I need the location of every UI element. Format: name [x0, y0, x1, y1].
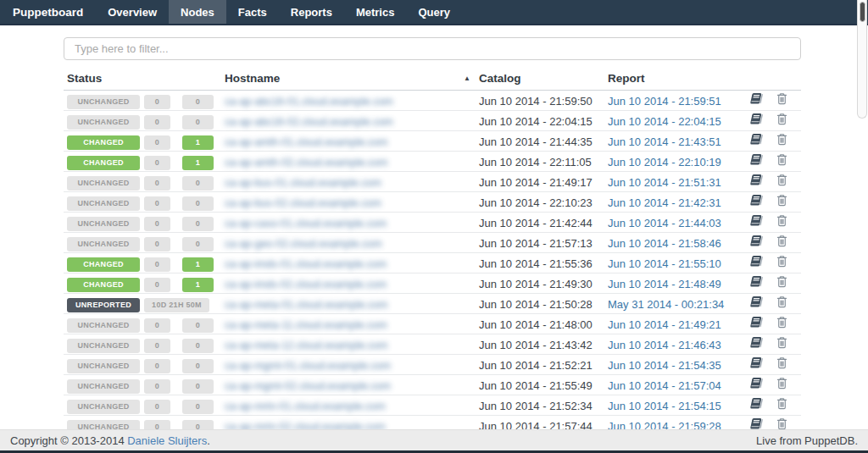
tab-facts[interactable]: Facts: [226, 0, 279, 24]
catalog-cell: Jun 10 2014 - 21:55:36: [479, 253, 608, 273]
hostname-link[interactable]: ca-ap-imds-02.cloud.example.com: [225, 279, 387, 290]
report-log-book-icon[interactable]: [749, 92, 764, 108]
report-link[interactable]: Jun 10 2014 - 22:10:19: [608, 156, 721, 168]
report-link[interactable]: Jun 10 2014 - 21:46:43: [608, 339, 721, 351]
report-log-book-icon[interactable]: [749, 397, 764, 413]
report-log-book-icon[interactable]: [749, 133, 764, 149]
tab-metrics[interactable]: Metrics: [344, 0, 407, 24]
scrollbar-track[interactable]: [857, 0, 867, 119]
report-log-book-icon[interactable]: [749, 336, 764, 352]
trash-icon[interactable]: [776, 92, 787, 108]
hostname-link[interactable]: ca-ap-bus-01.cloud.example.com: [225, 177, 381, 189]
trash-icon[interactable]: [776, 377, 787, 393]
trash-icon[interactable]: [776, 153, 787, 169]
tab-reports[interactable]: Reports: [279, 0, 344, 24]
report-link[interactable]: Jun 10 2014 - 21:44:03: [608, 217, 721, 229]
hostname-link[interactable]: ca-ap-mgmt-02.cloud.example.com: [225, 380, 391, 392]
trash-icon[interactable]: [776, 316, 787, 332]
count-badge-1: 0: [144, 115, 170, 130]
count-badge-1: 0: [144, 196, 170, 211]
report-log-book-icon[interactable]: [749, 356, 764, 373]
nodes-table: Status Hostname▲ Catalog Report UNCHANGE…: [64, 72, 801, 429]
trash-icon[interactable]: [776, 214, 787, 230]
hostname-link[interactable]: ca-ap-bus-02.cloud.example.com: [225, 197, 381, 209]
header-catalog[interactable]: Catalog: [479, 72, 608, 91]
hostname-link[interactable]: ca-ap-abc16-02.cloud.example.com: [225, 116, 393, 128]
report-link[interactable]: Jun 10 2014 - 21:58:46: [608, 237, 721, 250]
trash-icon[interactable]: [776, 174, 787, 190]
report-log-book-icon[interactable]: [749, 113, 764, 129]
report-link[interactable]: Jun 10 2014 - 21:54:15: [608, 400, 721, 412]
report-link[interactable]: Jun 10 2014 - 21:54:35: [608, 359, 721, 372]
trash-icon[interactable]: [776, 194, 787, 210]
hostname-link[interactable]: ca-ap-abc16-01.cloud.example.com: [225, 96, 393, 108]
report-log-book-icon[interactable]: [749, 296, 764, 312]
trash-icon[interactable]: [776, 255, 787, 271]
hostname-link[interactable]: ca-ap-meta-12.cloud.example.com: [225, 340, 387, 351]
hostname-link[interactable]: ca-ap-meta-01.cloud.example.com: [225, 299, 387, 311]
tab-nodes[interactable]: Nodes: [169, 0, 226, 24]
report-link[interactable]: Jun 10 2014 - 21:59:28: [608, 420, 721, 430]
report-link[interactable]: Jun 10 2014 - 21:42:31: [608, 196, 721, 209]
hostname-link[interactable]: ca-ap-mgmt-01.cloud.example.com: [225, 360, 391, 372]
report-log-book-icon[interactable]: [749, 275, 764, 291]
header-status[interactable]: Status: [64, 72, 225, 91]
brand-puppetboard[interactable]: Puppetboard: [0, 0, 96, 24]
report-link[interactable]: Jun 10 2014 - 21:57:04: [608, 379, 721, 392]
count-badge-1: 0: [144, 339, 170, 353]
author-link[interactable]: Daniele Sluijters: [127, 434, 207, 447]
scrollbar-thumb[interactable]: [860, 2, 865, 22]
report-link[interactable]: Jun 10 2014 - 22:04:15: [608, 115, 721, 128]
sort-asc-icon[interactable]: ▲: [464, 75, 470, 82]
report-link[interactable]: Jun 10 2014 - 21:49:21: [608, 318, 721, 331]
hostname-link[interactable]: ca-ap-meta-11.cloud.example.com: [225, 319, 387, 331]
report-cell: Jun 10 2014 - 21:54:35: [608, 355, 742, 375]
count2-cell: 0: [182, 395, 225, 416]
report-log-book-icon[interactable]: [749, 377, 764, 393]
trash-icon[interactable]: [776, 133, 787, 149]
trash-icon[interactable]: [776, 275, 787, 291]
hostname-link[interactable]: ca-ap-geo-02.cloud.example.com: [225, 238, 382, 250]
hostname-link[interactable]: ca-ap-mrtn-01.cloud.example.com: [225, 401, 386, 412]
header-hostname[interactable]: Hostname▲: [225, 72, 479, 91]
copyright-text: Copyright © 2013-2014 Daniele Sluijters.: [10, 434, 210, 447]
trash-icon[interactable]: [776, 296, 787, 312]
hostname-cell: ca-ap-mgmt-02.cloud.example.com: [225, 375, 479, 395]
trash-icon[interactable]: [776, 356, 787, 373]
catalog-timestamp: Jun 10 2014 - 21:42:44: [479, 217, 593, 229]
report-link[interactable]: Jun 10 2014 - 21:55:10: [608, 257, 721, 270]
hostname-link[interactable]: ca-ap-amth-01.cloud.example.com: [225, 136, 387, 148]
trash-icon[interactable]: [776, 336, 787, 352]
hostname-link[interactable]: ca-ap-amth-02.cloud.example.com: [225, 157, 387, 168]
tab-query[interactable]: Query: [406, 0, 462, 24]
hostname-link[interactable]: ca-ap-imds-01.cloud.example.com: [225, 258, 387, 270]
report-link[interactable]: May 31 2014 - 00:21:34: [608, 298, 724, 311]
trash-icon[interactable]: [776, 417, 787, 429]
trash-icon[interactable]: [776, 113, 787, 129]
count-badge-1: 10D 21H 50M: [144, 298, 209, 312]
report-log-book-icon[interactable]: [749, 417, 764, 429]
report-log-book-icon[interactable]: [749, 235, 764, 251]
report-log-book-icon[interactable]: [749, 214, 764, 230]
report-link[interactable]: Jun 10 2014 - 21:59:51: [608, 95, 721, 108]
hostname-link[interactable]: ca-ap-mrtn-02.cloud.example.com: [225, 421, 386, 430]
report-log-cell: [742, 375, 771, 395]
tab-overview[interactable]: Overview: [96, 0, 169, 24]
report-log-cell: [742, 253, 771, 273]
report-log-book-icon[interactable]: [749, 316, 764, 332]
status-badge: CHANGED: [67, 278, 140, 292]
header-report[interactable]: Report: [608, 72, 801, 91]
report-link[interactable]: Jun 10 2014 - 21:43:51: [608, 135, 721, 148]
trash-icon[interactable]: [776, 235, 787, 251]
trash-icon[interactable]: [776, 397, 787, 413]
report-log-book-icon[interactable]: [749, 255, 764, 271]
filter-input[interactable]: [64, 37, 801, 60]
report-log-book-icon[interactable]: [749, 153, 764, 169]
hostname-link[interactable]: ca-ap-caso-01.cloud.example.com: [225, 218, 387, 229]
report-log-book-icon[interactable]: [749, 174, 764, 190]
report-link[interactable]: Jun 10 2014 - 21:51:31: [608, 176, 721, 189]
status-badge: CHANGED: [67, 156, 140, 170]
report-link[interactable]: Jun 10 2014 - 21:48:49: [608, 278, 721, 290]
status-cell: UNCHANGED: [64, 395, 144, 416]
report-log-book-icon[interactable]: [749, 194, 764, 210]
